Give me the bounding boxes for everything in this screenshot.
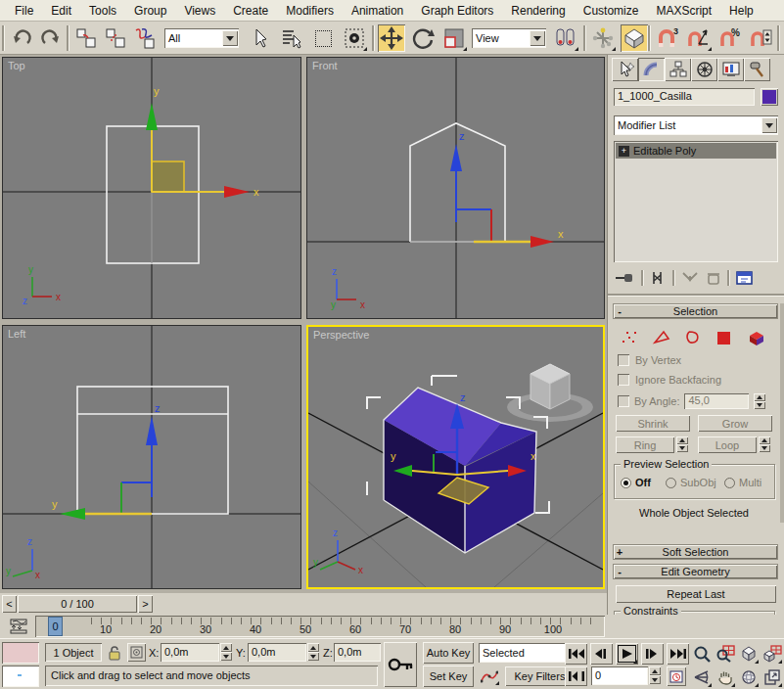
angle-snap-toggle-icon[interactable] bbox=[685, 24, 713, 52]
zoom-extents-icon[interactable] bbox=[737, 642, 760, 665]
menu-group[interactable]: Group bbox=[125, 1, 175, 21]
select-and-manipulate-icon[interactable] bbox=[589, 24, 617, 52]
set-keys-button[interactable] bbox=[384, 642, 417, 687]
snaps-toggle-3d-icon[interactable]: 3 bbox=[654, 24, 681, 52]
object-color-swatch[interactable] bbox=[761, 88, 778, 106]
border-mode-icon[interactable] bbox=[683, 329, 703, 346]
menu-help[interactable]: Help bbox=[720, 1, 762, 21]
menu-edit[interactable]: Edit bbox=[42, 1, 80, 21]
modifier-list-dropdown[interactable]: Modifier List bbox=[614, 115, 778, 135]
menu-file[interactable]: File bbox=[6, 1, 42, 21]
x-coord-field[interactable]: 0,0m bbox=[161, 643, 219, 662]
ignore-backfacing-checkbox[interactable] bbox=[618, 374, 629, 386]
make-unique-icon[interactable] bbox=[680, 270, 700, 286]
by-vertex-row[interactable]: By Vertex bbox=[618, 354, 681, 366]
modifier-list-arrow[interactable] bbox=[761, 117, 777, 133]
time-slider[interactable]: 0 bbox=[48, 617, 63, 636]
ring-button[interactable]: Ring bbox=[616, 436, 674, 453]
pan-hand-icon[interactable] bbox=[714, 666, 736, 688]
reference-coordinate-dropdown[interactable]: View bbox=[472, 28, 546, 48]
edge-mode-icon[interactable] bbox=[652, 329, 671, 346]
viewport-front[interactable]: z x z y x Front bbox=[306, 57, 605, 319]
tab-modify[interactable] bbox=[638, 58, 665, 81]
selection-lock-icon[interactable] bbox=[106, 643, 123, 662]
key-mode-toggle-icon[interactable] bbox=[565, 666, 587, 686]
y-coord-spinner[interactable] bbox=[307, 643, 319, 661]
viewport-perspective[interactable]: z y x z y x Perspective bbox=[306, 325, 605, 589]
stack-item-editable-poly[interactable]: + Editable Poly bbox=[616, 143, 776, 159]
select-by-name-icon[interactable] bbox=[278, 24, 305, 52]
loop-button[interactable]: Loop bbox=[698, 436, 757, 453]
tab-create[interactable] bbox=[612, 58, 638, 81]
menu-views[interactable]: Views bbox=[175, 1, 224, 21]
preview-multi-radio[interactable]: Multi bbox=[724, 477, 761, 488]
set-key-button[interactable]: Set Key bbox=[423, 666, 474, 687]
zoom-all-icon[interactable] bbox=[714, 642, 736, 665]
by-angle-row[interactable]: By Angle: 45,0 bbox=[618, 393, 765, 409]
polygon-mode-icon[interactable] bbox=[715, 329, 734, 346]
time-display-button[interactable]: 0 / 100 bbox=[18, 595, 137, 613]
loop-spinner[interactable] bbox=[759, 436, 770, 452]
configure-modifier-sets-icon[interactable] bbox=[735, 270, 755, 286]
gizmo-x-arrow[interactable] bbox=[530, 236, 554, 248]
select-and-link-icon[interactable] bbox=[72, 24, 100, 52]
selection-filter-arrow[interactable] bbox=[222, 30, 238, 46]
menu-animation[interactable]: Animation bbox=[343, 1, 412, 21]
default-in-out-tangents-icon[interactable] bbox=[479, 666, 500, 686]
go-to-end-button[interactable] bbox=[667, 643, 689, 665]
menu-create[interactable]: Create bbox=[224, 1, 277, 21]
selection-filter-dropdown[interactable]: All bbox=[164, 28, 239, 48]
menu-tools[interactable]: Tools bbox=[80, 1, 125, 21]
modifier-stack[interactable]: + Editable Poly bbox=[614, 141, 778, 262]
stack-expand-icon[interactable]: + bbox=[619, 146, 629, 157]
tab-display[interactable] bbox=[717, 58, 744, 81]
panel-scrollbar[interactable] bbox=[780, 303, 784, 523]
remove-modifier-icon[interactable] bbox=[706, 270, 721, 286]
time-configuration-icon[interactable] bbox=[667, 666, 686, 686]
play-animation-button[interactable] bbox=[616, 643, 638, 665]
vertex-mode-icon[interactable] bbox=[620, 329, 639, 346]
shrink-button[interactable]: Shrink bbox=[616, 415, 690, 432]
object-name-field[interactable]: 1_1000_Casilla bbox=[614, 88, 755, 106]
show-end-result-icon[interactable] bbox=[649, 270, 667, 286]
expand-icon[interactable]: + bbox=[614, 546, 625, 558]
viewport-left[interactable]: z y z y x Left bbox=[2, 325, 301, 589]
open-mini-curve-editor-icon[interactable] bbox=[5, 617, 32, 636]
gizmo-z-arrow[interactable] bbox=[146, 416, 158, 445]
spinner-snap-toggle-icon[interactable] bbox=[748, 24, 775, 52]
reference-coordinate-arrow[interactable] bbox=[530, 30, 545, 46]
absolute-mode-toggle-icon[interactable] bbox=[127, 643, 146, 662]
auto-key-button[interactable]: Auto Key bbox=[423, 642, 474, 664]
gizmo-xy-plane-handle[interactable] bbox=[152, 161, 184, 192]
menu-maxscript[interactable]: MAXScript bbox=[647, 1, 720, 21]
menu-rendering[interactable]: Rendering bbox=[502, 1, 574, 21]
collapse-icon[interactable]: - bbox=[614, 305, 625, 317]
go-to-start-button[interactable] bbox=[565, 643, 587, 665]
timeline-ruler[interactable]: 0 10 20 30 40 50 60 70 80 90 100 0 bbox=[35, 616, 605, 637]
gizmo-y-arrow[interactable] bbox=[60, 508, 85, 520]
menu-customize[interactable]: Customize bbox=[575, 1, 648, 21]
pin-stack-icon[interactable] bbox=[614, 270, 635, 286]
maximize-viewport-toggle-icon[interactable] bbox=[761, 666, 783, 688]
rollout-soft-selection-header[interactable]: + Soft Selection bbox=[613, 544, 778, 560]
use-pivot-point-center-icon[interactable] bbox=[552, 24, 579, 52]
tab-hierarchy[interactable] bbox=[665, 58, 691, 81]
zoom-extents-all-icon[interactable] bbox=[761, 642, 783, 665]
keyboard-shortcut-override-icon[interactable] bbox=[621, 24, 648, 52]
preview-subobj-radio[interactable]: SubObj bbox=[666, 477, 716, 488]
select-and-move-icon[interactable] bbox=[378, 24, 405, 52]
y-coord-field[interactable]: 0,0m bbox=[248, 643, 306, 662]
undo-icon[interactable] bbox=[8, 24, 35, 52]
window-crossing-icon[interactable] bbox=[341, 24, 368, 52]
field-of-view-icon[interactable] bbox=[690, 666, 713, 688]
maxscript-mini-listener-pink[interactable] bbox=[2, 642, 39, 664]
select-object-icon[interactable] bbox=[247, 24, 274, 52]
rollout-edit-geometry-header[interactable]: - Edit Geometry bbox=[613, 564, 778, 579]
previous-frame-button[interactable] bbox=[590, 643, 613, 665]
select-and-rotate-icon[interactable] bbox=[409, 24, 437, 52]
toolbar-handle[interactable] bbox=[2, 25, 4, 51]
by-angle-checkbox[interactable] bbox=[618, 395, 629, 407]
time-prev-button[interactable]: < bbox=[2, 595, 17, 613]
rectangular-selection-region-icon[interactable] bbox=[309, 24, 337, 52]
helper-cube-object[interactable] bbox=[507, 364, 593, 422]
